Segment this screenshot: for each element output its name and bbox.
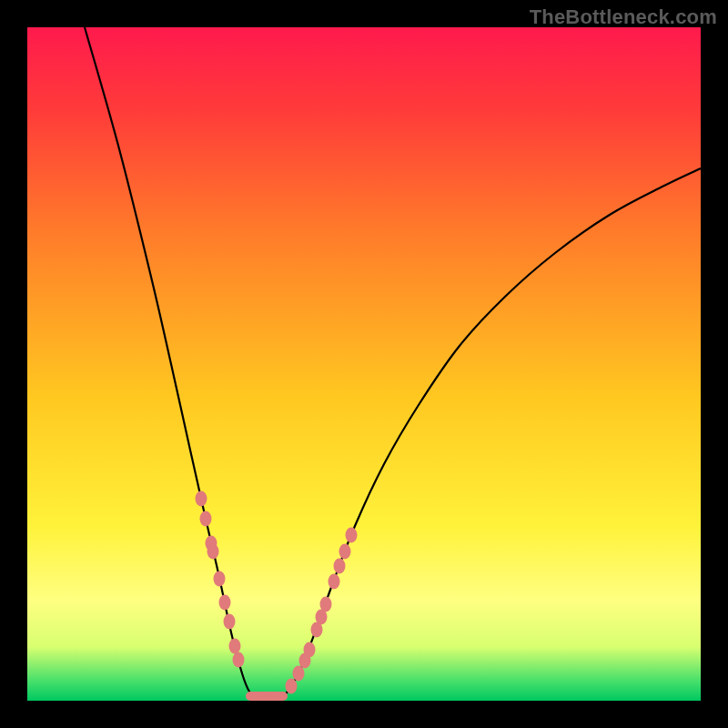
data-marker [320,597,332,612]
data-marker [286,679,298,694]
chart-plot-area [27,27,701,701]
data-marker [233,652,245,668]
data-marker [224,614,236,630]
bottom-bar [246,692,288,701]
data-marker [334,559,346,574]
curve-right [278,168,701,698]
data-marker [304,642,316,658]
data-marker [214,571,226,587]
data-marker [329,574,340,590]
data-marker [207,544,219,560]
markers-left [196,491,245,668]
chart-svg [27,27,701,701]
curve-left [85,27,257,698]
data-marker [196,491,207,507]
watermark-text: TheBottleneck.com [530,5,717,29]
data-marker [293,666,305,682]
data-marker [219,595,231,611]
data-marker [200,511,212,527]
data-marker [346,528,358,543]
data-marker [229,639,241,654]
data-marker [339,544,351,560]
markers-right [286,528,358,694]
